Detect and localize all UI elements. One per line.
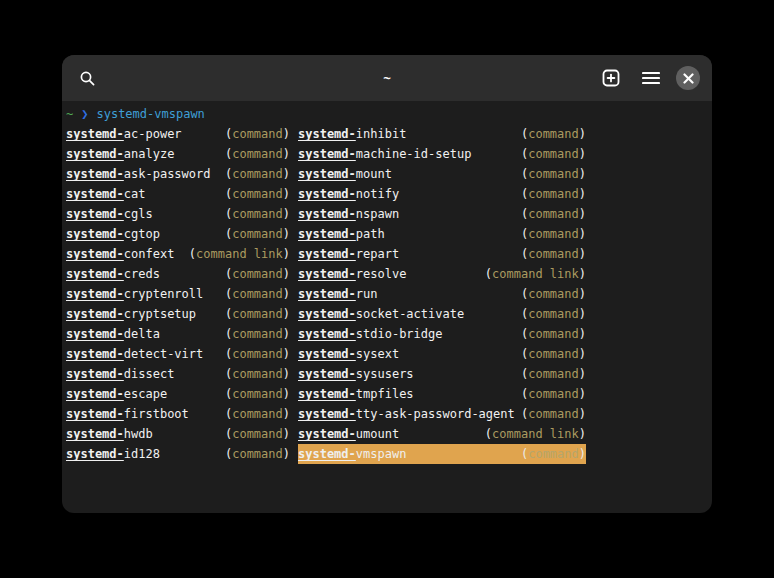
completion-prefix: systemd- [66, 247, 124, 261]
menu-button[interactable] [636, 63, 666, 93]
completion-item-systemd-ask-password: systemd-ask-password(command) [66, 164, 290, 184]
completion-item-systemd-tty-ask-password-agent: systemd-tty-ask-password-agent(command) [298, 404, 586, 424]
completion-prefix: systemd- [298, 407, 356, 421]
completion-kind: (command) [521, 164, 586, 184]
pager-row: systemd-detect-virt(command)systemd-syse… [66, 344, 708, 364]
completion-item-systemd-cat: systemd-cat(command) [66, 184, 290, 204]
completion-prefix: systemd- [298, 127, 356, 141]
completion-prefix: systemd- [298, 207, 356, 221]
terminal-content[interactable]: ~ ❯ systemd-vmspawn systemd-ac-power(com… [62, 101, 712, 464]
completion-kind: (command) [521, 124, 586, 144]
completion-prefix: systemd- [298, 307, 356, 321]
completion-item-systemd-sysext: systemd-sysext(command) [298, 344, 586, 364]
completion-item-systemd-notify: systemd-notify(command) [298, 184, 586, 204]
completion-kind: (command) [225, 264, 290, 284]
completion-kind: (command) [521, 224, 586, 244]
pager-row: systemd-confext(command link)systemd-rep… [66, 244, 708, 264]
window-title: ~ [383, 71, 391, 86]
pager-row: systemd-ac-power(command)systemd-inhibit… [66, 124, 708, 144]
completion-item-systemd-confext: systemd-confext(command link) [66, 244, 290, 264]
completion-prefix: systemd- [298, 327, 356, 341]
completion-prefix: systemd- [298, 227, 356, 241]
completion-prefix: systemd- [66, 287, 124, 301]
prompt-line: ~ ❯ systemd-vmspawn [66, 104, 708, 124]
pager-row: systemd-dissect(command)systemd-sysusers… [66, 364, 708, 384]
completion-prefix: systemd- [298, 247, 356, 261]
completion-item-systemd-stdio-bridge: systemd-stdio-bridge(command) [298, 324, 586, 344]
completion-item-systemd-nspawn: systemd-nspawn(command) [298, 204, 586, 224]
search-icon [79, 70, 96, 87]
new-tab-button[interactable] [596, 63, 626, 93]
completion-kind: (command) [521, 184, 586, 204]
pager-row: systemd-firstboot(command)systemd-tty-as… [66, 404, 708, 424]
pager-row: systemd-cgtop(command)systemd-path(comma… [66, 224, 708, 244]
completion-prefix: systemd- [66, 427, 124, 441]
pager-row: systemd-hwdb(command)systemd-umount(comm… [66, 424, 708, 444]
completion-prefix: systemd- [298, 447, 356, 461]
prompt-chevron: ❯ [81, 104, 88, 124]
pager-row: systemd-cryptsetup(command)systemd-socke… [66, 304, 708, 324]
completion-kind: (command) [225, 144, 290, 164]
completion-kind: (command) [225, 404, 290, 424]
completion-item-systemd-cgls: systemd-cgls(command) [66, 204, 290, 224]
completion-kind: (command) [225, 224, 290, 244]
completion-prefix: systemd- [66, 347, 124, 361]
search-button[interactable] [72, 63, 102, 93]
completion-item-systemd-tmpfiles: systemd-tmpfiles(command) [298, 384, 586, 404]
completion-kind: (command) [521, 244, 586, 264]
completion-item-systemd-analyze: systemd-analyze(command) [66, 144, 290, 164]
completion-item-systemd-cryptsetup: systemd-cryptsetup(command) [66, 304, 290, 324]
completion-kind: (command) [225, 204, 290, 224]
completion-prefix: systemd- [298, 427, 356, 441]
completion-pager: systemd-ac-power(command)systemd-inhibit… [66, 124, 708, 464]
completion-prefix: systemd- [66, 227, 124, 241]
completion-prefix: systemd- [298, 347, 356, 361]
completion-item-systemd-hwdb: systemd-hwdb(command) [66, 424, 290, 444]
completion-item-systemd-socket-activate: systemd-socket-activate(command) [298, 304, 586, 324]
pager-row: systemd-cryptenroll(command)systemd-run(… [66, 284, 708, 304]
pager-row: systemd-creds(command)systemd-resolve(co… [66, 264, 708, 284]
completion-kind: (command) [521, 364, 586, 384]
completion-item-systemd-run: systemd-run(command) [298, 284, 586, 304]
close-x-icon [683, 73, 694, 84]
completion-prefix: systemd- [298, 167, 356, 181]
titlebar[interactable]: ~ [62, 55, 712, 101]
completion-item-systemd-resolve: systemd-resolve(command link) [298, 264, 586, 284]
completion-kind: (command) [521, 344, 586, 364]
pager-row: systemd-analyze(command)systemd-machine-… [66, 144, 708, 164]
completion-kind: (command) [521, 284, 586, 304]
completion-item-systemd-vmspawn: systemd-vmspawn(command) [298, 444, 586, 464]
completion-item-systemd-creds: systemd-creds(command) [66, 264, 290, 284]
prompt-cwd: ~ [66, 104, 73, 124]
completion-kind: (command) [225, 164, 290, 184]
completion-kind: (command) [225, 424, 290, 444]
completion-kind: (command) [225, 364, 290, 384]
close-button[interactable] [676, 66, 700, 90]
completion-prefix: systemd- [66, 267, 124, 281]
completion-kind: (command) [225, 304, 290, 324]
completion-prefix: systemd- [66, 387, 124, 401]
completion-prefix: systemd- [298, 367, 356, 381]
completion-item-systemd-machine-id-setup: systemd-machine-id-setup(command) [298, 144, 586, 164]
completion-item-systemd-umount: systemd-umount(command link) [298, 424, 586, 444]
completion-prefix: systemd- [298, 387, 356, 401]
completion-kind: (command) [225, 124, 290, 144]
pager-row: systemd-delta(command)systemd-stdio-brid… [66, 324, 708, 344]
completion-prefix: systemd- [66, 187, 124, 201]
completion-prefix: systemd- [66, 307, 124, 321]
completion-kind: (command) [225, 324, 290, 344]
completion-prefix: systemd- [66, 327, 124, 341]
pager-row: systemd-cgls(command)systemd-nspawn(comm… [66, 204, 708, 224]
completion-prefix: systemd- [298, 187, 356, 201]
completion-kind: (command) [521, 384, 586, 404]
completion-kind: (command) [521, 204, 586, 224]
completion-item-systemd-path: systemd-path(command) [298, 224, 586, 244]
completion-item-systemd-dissect: systemd-dissect(command) [66, 364, 290, 384]
terminal-window: ~ [62, 55, 712, 513]
completion-prefix: systemd- [66, 167, 124, 181]
pager-row: systemd-escape(command)systemd-tmpfiles(… [66, 384, 708, 404]
completion-kind: (command) [521, 304, 586, 324]
completion-prefix: systemd- [298, 287, 356, 301]
completion-item-systemd-id128: systemd-id128(command) [66, 444, 290, 464]
completion-item-systemd-cryptenroll: systemd-cryptenroll(command) [66, 284, 290, 304]
